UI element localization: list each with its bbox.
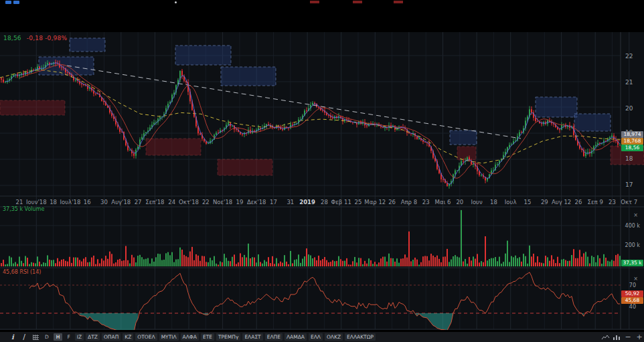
blue-zone [536,97,577,117]
legend-price: 18,56 [3,35,21,41]
price-tick-label: 18 [625,155,633,162]
tiny-red-quote-marker [353,1,362,3]
ticker-ΕΛΠΕ[interactable]: ΕΛΠΕ [265,333,283,341]
time-tick-label: 21 [16,199,23,205]
price-label-orange: 18,768 [621,138,643,145]
ticker-ΟΛΚΖ[interactable]: ΟΛΚΖ [325,333,343,341]
ticker-ΛΑΜΔΑ[interactable]: ΛΑΜΔΑ [285,333,307,341]
rsi-close-icon[interactable]: × [633,276,639,282]
ticker-ΕΛΛ[interactable]: ΕΛΛ [309,333,323,341]
time-tick-label: Δεκ'18 [247,199,266,205]
time-tick-label: 20 [456,199,463,205]
blue-zone [574,114,611,131]
time-tick-label: Αυγ'18 [111,199,131,205]
time-tick-label: Μαρ 12 [364,199,386,205]
ticker-ΔΤΖ[interactable]: ΔΤΖ [86,333,100,341]
price-tick-label: 17 [625,181,633,188]
ticker-ΟΤΟΕΛ[interactable]: ΟΤΟΕΛ [135,333,157,341]
volume-tick-label: 200 k [625,242,641,248]
symbol-legend: 18,56 -0,18 -0,98% [3,35,67,41]
ticker-ΚΖ[interactable]: ΚΖ [123,333,133,341]
rsi-indicator-legend[interactable]: 45,68 RSI (14) [3,269,41,275]
price-label-gray: 18,974 [621,131,643,138]
timeframe-F[interactable]: F [64,333,72,341]
blue-zone [70,38,105,52]
blue-zone [221,67,276,86]
blue-zone [450,131,477,145]
ticker-ΜΥΤΙΛ[interactable]: ΜΥΤΙΛ [159,333,179,341]
timeframe-D[interactable]: D [42,333,52,341]
rsi-tick-label: 40 [629,304,636,310]
main-chart[interactable]: 222120191817400 k200 k704021Ιουν'1818Ιου… [0,32,644,330]
rsi-value-label: 45,68 [621,297,643,304]
time-tick-label: Οκτ'18 [179,199,199,205]
time-tick-label: 15 [524,199,532,205]
time-tick-label: Φεβ 11 [331,199,351,205]
red-zone [146,139,201,155]
time-tick-label: Ιουλ [505,199,517,205]
bar-chart-icon[interactable] [612,333,621,341]
volume-tick-label: 400 k [625,223,641,229]
price-tick-label: 20 [625,105,633,112]
time-tick-label: Νοε'18 [213,199,232,205]
time-tick-label: Ιουν [471,199,483,205]
top-dot-icon [175,1,177,3]
time-tick-label: Σεπ 9 [588,199,603,205]
last-price-label: 18,56 [621,145,643,151]
legend-change: -0,18 -0,98% [27,35,67,41]
zoom-out-button[interactable]: − [623,333,633,341]
ticker-ΟΠΑΠ[interactable]: ΟΠΑΠ [102,333,120,341]
volume-indicator-legend[interactable]: 37,35 k Volume [3,206,44,212]
time-tick-label: Μαι 6 [435,199,451,205]
ticker-ΙΖ[interactable]: ΙΖ [75,333,84,341]
top-left-icon[interactable] [13,1,19,4]
time-tick-label: 28 [321,199,328,205]
time-tick-label: 17 [270,199,277,205]
time-tick-label: Απρ 8 [401,199,417,205]
ticker-ΕΛΑΣΤ[interactable]: ΕΛΑΣΤ [242,333,262,341]
price-tick-label: 22 [625,53,633,60]
time-tick-label: 2019 [299,199,315,205]
ticker-ΤΡΕΜΠγ[interactable]: ΤΡΕΜΠγ [216,333,240,341]
ticker-ΕΛΛΑΚΤΩΡ[interactable]: ΕΛΛΑΚΤΩΡ [345,333,376,341]
time-tick-label: 23 [422,199,430,205]
time-tick-label: 18 [490,199,497,205]
blue-zone [175,46,231,65]
time-tick-label: Ιουλ'18 [60,199,80,205]
trendline-tool-icon[interactable]: / [19,333,29,341]
ticker-ΑΛΦΑ[interactable]: ΑΛΦΑ [181,333,199,341]
top-left-icon[interactable] [5,1,11,4]
time-tick-label: Οκτ 7 [621,199,637,205]
tiny-red-quote-marker [394,1,403,3]
time-tick-label: 25 [355,199,362,205]
ticker-ΕΤΕ[interactable]: ΕΤΕ [201,333,214,341]
trading-app-window: 222120191817400 k200 k704021Ιουν'1818Ιου… [0,0,644,342]
time-tick-label: 27 [135,199,142,205]
time-tick-label: 24 [168,199,175,205]
time-tick-label: 23 [609,199,616,205]
time-tick-label: Σεπ'18 [145,199,164,205]
volume-value-label: 37,35 k [621,260,643,266]
time-tick-label: 30 [100,199,108,205]
time-tick-label: 19 [236,199,243,205]
rsi-tick-label: 70 [629,282,636,288]
time-tick-label: 22 [202,199,210,205]
time-tick-label: 26 [574,199,582,205]
time-tick-label: 29 [541,199,548,205]
top-bar [0,0,644,32]
red-zone [218,159,272,175]
grid-icon[interactable] [31,333,40,341]
zoom-in-button[interactable]: + [635,333,644,341]
time-tick-label: 18 [50,199,57,205]
time-tick-label: 26 [388,199,396,205]
time-tick-label: 16 [84,199,91,205]
volume-close-icon[interactable]: × [633,213,639,219]
info-icon[interactable]: i [8,333,17,341]
rsi-ma-value-label: 50,92 [621,290,643,297]
line-chart-icon[interactable] [600,333,610,341]
timeframe-H[interactable]: H [54,333,63,341]
price-tick-label: 21 [625,79,633,86]
red-zone [0,100,65,115]
time-tick-label: Ιουν'18 [26,199,47,205]
bottom-toolbar: i/DHFΙΖΔΤΖΟΠΑΠΚΖΟΤΟΕΛΜΥΤΙΛΑΛΦΑΕΤΕΤΡΕΜΠγΕ… [0,332,644,342]
